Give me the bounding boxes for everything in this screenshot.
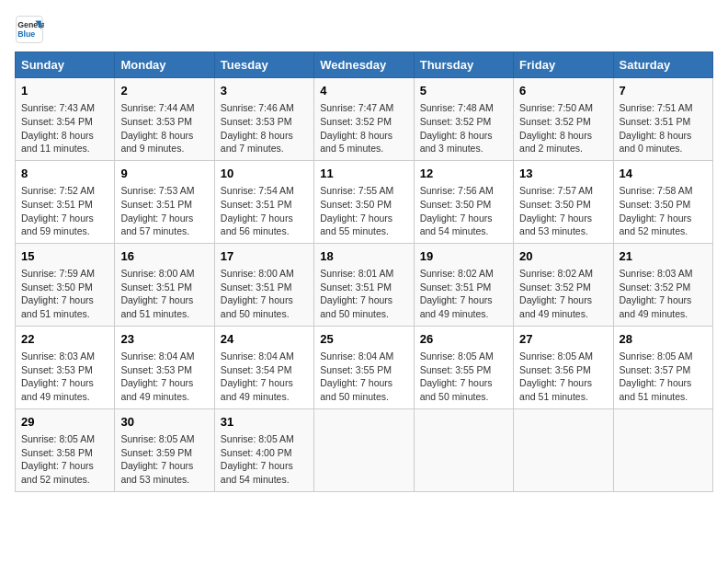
day-info: Sunrise: 8:03 AM Sunset: 3:52 PM Dayligh… bbox=[620, 267, 707, 321]
calendar-cell bbox=[514, 408, 613, 491]
day-number: 31 bbox=[221, 414, 308, 431]
day-number: 2 bbox=[120, 83, 208, 99]
day-number: 15 bbox=[21, 248, 108, 265]
col-header-thursday: Thursday bbox=[414, 52, 513, 78]
calendar-cell: 12Sunrise: 7:56 AM Sunset: 3:50 PM Dayli… bbox=[414, 160, 513, 243]
day-number: 21 bbox=[620, 248, 707, 265]
calendar-cell: 16Sunrise: 8:00 AM Sunset: 3:51 PM Dayli… bbox=[115, 243, 214, 326]
day-info: Sunrise: 8:02 AM Sunset: 3:51 PM Dayligh… bbox=[420, 267, 507, 321]
day-info: Sunrise: 8:05 AM Sunset: 3:59 PM Dayligh… bbox=[120, 432, 208, 487]
col-header-monday: Monday bbox=[115, 52, 214, 78]
calendar-cell: 14Sunrise: 7:58 AM Sunset: 3:50 PM Dayli… bbox=[613, 160, 712, 243]
calendar-cell: 1Sunrise: 7:43 AM Sunset: 3:54 PM Daylig… bbox=[16, 78, 115, 161]
calendar-cell bbox=[613, 408, 712, 491]
day-info: Sunrise: 7:53 AM Sunset: 3:51 PM Dayligh… bbox=[120, 184, 208, 238]
calendar-cell: 26Sunrise: 8:05 AM Sunset: 3:55 PM Dayli… bbox=[414, 326, 513, 408]
calendar-cell: 4Sunrise: 7:47 AM Sunset: 3:52 PM Daylig… bbox=[314, 78, 414, 161]
calendar-cell: 30Sunrise: 8:05 AM Sunset: 3:59 PM Dayli… bbox=[115, 408, 214, 491]
calendar-cell: 13Sunrise: 7:57 AM Sunset: 3:50 PM Dayli… bbox=[514, 160, 613, 243]
day-info: Sunrise: 7:44 AM Sunset: 3:53 PM Dayligh… bbox=[120, 101, 208, 155]
day-info: Sunrise: 7:58 AM Sunset: 3:50 PM Dayligh… bbox=[620, 184, 707, 238]
day-number: 19 bbox=[420, 248, 507, 265]
calendar-cell: 31Sunrise: 8:05 AM Sunset: 4:00 PM Dayli… bbox=[214, 408, 313, 491]
day-info: Sunrise: 8:03 AM Sunset: 3:53 PM Dayligh… bbox=[21, 350, 108, 404]
day-info: Sunrise: 8:04 AM Sunset: 3:54 PM Dayligh… bbox=[221, 350, 308, 404]
day-number: 13 bbox=[519, 166, 607, 182]
col-header-tuesday: Tuesday bbox=[214, 52, 313, 78]
calendar-cell: 23Sunrise: 8:04 AM Sunset: 3:53 PM Dayli… bbox=[115, 326, 214, 408]
day-number: 1 bbox=[21, 83, 108, 99]
calendar-cell: 7Sunrise: 7:51 AM Sunset: 3:51 PM Daylig… bbox=[613, 78, 712, 161]
calendar-cell: 28Sunrise: 8:05 AM Sunset: 3:57 PM Dayli… bbox=[613, 326, 712, 408]
day-number: 6 bbox=[519, 83, 607, 99]
day-info: Sunrise: 7:46 AM Sunset: 3:53 PM Dayligh… bbox=[221, 101, 308, 155]
day-info: Sunrise: 7:51 AM Sunset: 3:51 PM Dayligh… bbox=[620, 101, 707, 155]
day-number: 16 bbox=[120, 248, 208, 265]
calendar-cell: 11Sunrise: 7:55 AM Sunset: 3:50 PM Dayli… bbox=[314, 160, 414, 243]
col-header-friday: Friday bbox=[514, 52, 613, 78]
day-number: 20 bbox=[519, 248, 607, 265]
col-header-wednesday: Wednesday bbox=[314, 52, 414, 78]
day-number: 3 bbox=[221, 83, 308, 99]
day-info: Sunrise: 8:05 AM Sunset: 3:56 PM Dayligh… bbox=[519, 350, 607, 404]
calendar-week-row: 1Sunrise: 7:43 AM Sunset: 3:54 PM Daylig… bbox=[16, 78, 713, 161]
day-number: 17 bbox=[221, 248, 308, 265]
day-info: Sunrise: 8:00 AM Sunset: 3:51 PM Dayligh… bbox=[221, 267, 308, 321]
calendar-cell: 17Sunrise: 8:00 AM Sunset: 3:51 PM Dayli… bbox=[214, 243, 313, 326]
day-info: Sunrise: 7:43 AM Sunset: 3:54 PM Dayligh… bbox=[21, 101, 108, 155]
day-number: 9 bbox=[120, 166, 208, 182]
day-info: Sunrise: 7:50 AM Sunset: 3:52 PM Dayligh… bbox=[519, 101, 607, 155]
day-number: 14 bbox=[620, 166, 707, 182]
day-number: 27 bbox=[519, 331, 607, 348]
calendar-week-row: 29Sunrise: 8:05 AM Sunset: 3:58 PM Dayli… bbox=[16, 408, 713, 491]
calendar-cell: 5Sunrise: 7:48 AM Sunset: 3:52 PM Daylig… bbox=[414, 78, 513, 161]
svg-text:Blue: Blue bbox=[17, 29, 35, 39]
day-info: Sunrise: 8:01 AM Sunset: 3:51 PM Dayligh… bbox=[320, 267, 407, 321]
calendar-header-row: SundayMondayTuesdayWednesdayThursdayFrid… bbox=[16, 52, 713, 78]
calendar-cell: 8Sunrise: 7:52 AM Sunset: 3:51 PM Daylig… bbox=[16, 160, 115, 243]
day-info: Sunrise: 8:04 AM Sunset: 3:53 PM Dayligh… bbox=[120, 350, 208, 404]
day-number: 26 bbox=[420, 331, 507, 348]
day-info: Sunrise: 8:04 AM Sunset: 3:55 PM Dayligh… bbox=[320, 350, 407, 404]
day-number: 28 bbox=[620, 331, 707, 348]
calendar-week-row: 8Sunrise: 7:52 AM Sunset: 3:51 PM Daylig… bbox=[16, 160, 713, 243]
calendar-cell: 20Sunrise: 8:02 AM Sunset: 3:52 PM Dayli… bbox=[514, 243, 613, 326]
calendar-cell: 21Sunrise: 8:03 AM Sunset: 3:52 PM Dayli… bbox=[613, 243, 712, 326]
calendar-cell bbox=[414, 408, 513, 491]
calendar-cell: 18Sunrise: 8:01 AM Sunset: 3:51 PM Dayli… bbox=[314, 243, 414, 326]
header: General Blue bbox=[15, 15, 713, 44]
day-info: Sunrise: 7:56 AM Sunset: 3:50 PM Dayligh… bbox=[420, 184, 507, 238]
day-number: 11 bbox=[320, 166, 407, 182]
day-info: Sunrise: 7:47 AM Sunset: 3:52 PM Dayligh… bbox=[320, 101, 407, 155]
calendar-cell: 9Sunrise: 7:53 AM Sunset: 3:51 PM Daylig… bbox=[115, 160, 214, 243]
calendar-cell: 19Sunrise: 8:02 AM Sunset: 3:51 PM Dayli… bbox=[414, 243, 513, 326]
calendar-cell: 15Sunrise: 7:59 AM Sunset: 3:50 PM Dayli… bbox=[16, 243, 115, 326]
day-number: 25 bbox=[320, 331, 407, 348]
calendar-cell: 24Sunrise: 8:04 AM Sunset: 3:54 PM Dayli… bbox=[214, 326, 313, 408]
col-header-sunday: Sunday bbox=[16, 52, 115, 78]
day-info: Sunrise: 8:02 AM Sunset: 3:52 PM Dayligh… bbox=[519, 267, 607, 321]
calendar-table: SundayMondayTuesdayWednesdayThursdayFrid… bbox=[15, 52, 713, 492]
day-info: Sunrise: 8:05 AM Sunset: 3:57 PM Dayligh… bbox=[620, 350, 707, 404]
logo-icon: General Blue bbox=[15, 15, 44, 44]
day-info: Sunrise: 7:52 AM Sunset: 3:51 PM Dayligh… bbox=[21, 184, 108, 238]
day-number: 18 bbox=[320, 248, 407, 265]
day-number: 22 bbox=[21, 331, 108, 348]
calendar-cell: 3Sunrise: 7:46 AM Sunset: 3:53 PM Daylig… bbox=[214, 78, 313, 161]
day-info: Sunrise: 8:05 AM Sunset: 3:55 PM Dayligh… bbox=[420, 350, 507, 404]
day-number: 30 bbox=[120, 414, 208, 431]
day-number: 29 bbox=[21, 414, 108, 431]
day-info: Sunrise: 7:55 AM Sunset: 3:50 PM Dayligh… bbox=[320, 184, 407, 238]
day-number: 8 bbox=[21, 166, 108, 182]
calendar-week-row: 15Sunrise: 7:59 AM Sunset: 3:50 PM Dayli… bbox=[16, 243, 713, 326]
day-info: Sunrise: 8:00 AM Sunset: 3:51 PM Dayligh… bbox=[120, 267, 208, 321]
day-info: Sunrise: 7:57 AM Sunset: 3:50 PM Dayligh… bbox=[519, 184, 607, 238]
day-info: Sunrise: 8:05 AM Sunset: 3:58 PM Dayligh… bbox=[21, 432, 108, 487]
day-number: 5 bbox=[420, 83, 507, 99]
day-info: Sunrise: 8:05 AM Sunset: 4:00 PM Dayligh… bbox=[221, 432, 308, 487]
day-info: Sunrise: 7:54 AM Sunset: 3:51 PM Dayligh… bbox=[221, 184, 308, 238]
day-number: 12 bbox=[420, 166, 507, 182]
day-number: 4 bbox=[320, 83, 407, 99]
calendar-cell bbox=[314, 408, 414, 491]
calendar-cell: 27Sunrise: 8:05 AM Sunset: 3:56 PM Dayli… bbox=[514, 326, 613, 408]
